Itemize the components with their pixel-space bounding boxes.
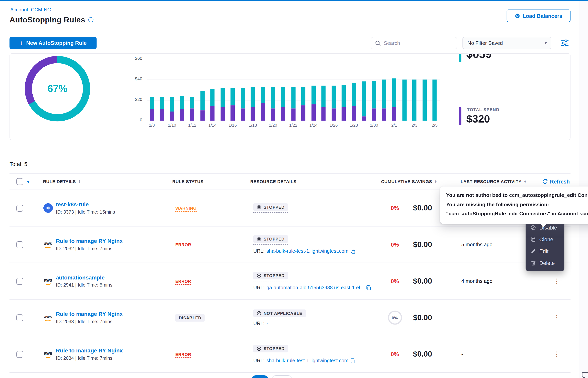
stacked-bar: [412, 80, 416, 121]
pagination-current-page[interactable]: [251, 375, 269, 378]
aws-icon: aws: [43, 240, 53, 249]
x-axis-label: 1/16: [229, 123, 237, 127]
status-badge[interactable]: ERROR: [175, 279, 191, 285]
permission-tooltip: You are not authorized to ccm_autostoppi…: [440, 187, 588, 224]
row-menu-icon[interactable]: ⋮: [551, 276, 562, 286]
resource-state-badge[interactable]: STOPPED: [253, 345, 288, 354]
col-resource-details: RESOURCE DETAILS: [250, 179, 296, 184]
savings-amount: $0.00: [413, 277, 432, 285]
stacked-bar: [392, 79, 396, 121]
copy-icon[interactable]: [350, 358, 356, 363]
autostopping-rules-page: Account: CCM-NG AutoStopping Rules ⓘ ⚙ L…: [0, 0, 588, 378]
stacked-bar: [422, 80, 427, 121]
select-all-checkbox[interactable]: [16, 178, 23, 185]
rule-name-link[interactable]: automationsample: [56, 274, 112, 281]
new-autostopping-rule-button[interactable]: + New AutoStopping Rule: [9, 37, 97, 49]
sort-icon[interactable]: ▲▼: [78, 180, 81, 183]
sort-icon[interactable]: ▲▼: [434, 180, 437, 183]
resource-state-badge[interactable]: STOPPED: [253, 272, 288, 281]
status-badge[interactable]: ERROR: [175, 243, 191, 248]
url-label: URL:: [253, 285, 265, 290]
rule-name-link[interactable]: Rule to manage RY Nginx: [56, 348, 123, 354]
resource-url-link[interactable]: -: [267, 320, 268, 326]
resource-url-link[interactable]: sha-bulk-rule-test-1.lightwingtest.com: [267, 358, 348, 364]
sort-icon[interactable]: ▲▼: [524, 180, 526, 183]
saved-filter-dropdown[interactable]: No Filter Saved ▾: [462, 37, 551, 49]
stacked-bar: [291, 87, 295, 121]
resource-state-badge[interactable]: STOPPED: [253, 203, 288, 213]
gridline: [147, 121, 440, 121]
row-menu-icon[interactable]: ⋮: [551, 313, 562, 322]
row-checkbox[interactable]: [16, 351, 23, 358]
row-checkbox[interactable]: [16, 278, 23, 284]
total-spend-label: TOTAL SPEND: [467, 107, 499, 112]
x-axis-label: 1/12: [188, 123, 196, 127]
x-axis-label: 1/10: [168, 123, 176, 127]
status-badge[interactable]: DISABLED: [175, 314, 205, 322]
chat-help-icon[interactable]: [581, 372, 588, 378]
row-checkbox[interactable]: [16, 314, 23, 321]
row-checkbox[interactable]: [16, 204, 23, 211]
copy-icon[interactable]: [366, 285, 371, 290]
summary-chart-card: 67% $60 $40 $20 0 1/81/101/121/141/161/1…: [9, 53, 571, 140]
x-axis-label: 1/22: [289, 123, 297, 127]
not-applicable-icon: [257, 311, 261, 315]
stacked-bar: [261, 87, 265, 121]
stacked-bar: [372, 81, 376, 121]
resource-state-badge[interactable]: NOT APPLICABLE: [253, 309, 306, 317]
row-menu-icon[interactable]: ⋮: [551, 350, 562, 359]
stacked-bar: [301, 87, 305, 121]
saved-filter-value: No Filter Saved: [468, 40, 503, 46]
last-activity: -: [461, 351, 543, 357]
tooltip-line: "ccm_autoStoppingRule_edit Connectors" i…: [446, 209, 588, 218]
rule-meta: ID: 2941 | Idle Time: 5mins: [56, 283, 112, 288]
load-balancers-label: Load Balancers: [523, 13, 562, 19]
savings-amount: $0.00: [413, 240, 432, 249]
col-last-resource-activity: LAST RESOURCE ACTIVITY: [461, 179, 522, 184]
stacked-bar: [402, 80, 406, 121]
col-cumulative-savings: CUMULATIVE SAVINGS: [381, 179, 432, 184]
search-input[interactable]: [384, 40, 453, 46]
disable-icon: [531, 225, 536, 230]
resource-url-link[interactable]: qa-automation-alb-515563988.us-east-1.el…: [267, 285, 364, 290]
refresh-button[interactable]: Refresh: [542, 179, 570, 185]
clone-icon: [531, 237, 536, 242]
col-rule-details: RULE DETAILS: [43, 179, 76, 184]
x-axis-label: 1/8: [149, 123, 155, 127]
rule-name-link[interactable]: Rule to manage RY Nginx: [56, 238, 123, 244]
status-badge[interactable]: ERROR: [175, 352, 191, 358]
table-row: aws automationsample ID: 2941 | Idle Tim…: [9, 263, 571, 299]
stacked-bar: [332, 86, 336, 121]
account-breadcrumb[interactable]: Account: CCM-NG: [10, 7, 51, 13]
y-axis-tick: 0: [124, 118, 142, 122]
chevron-down-icon: ▾: [545, 40, 547, 46]
status-badge[interactable]: WARNING: [175, 206, 196, 212]
header-divider: [0, 33, 579, 33]
info-icon[interactable]: ⓘ: [88, 17, 94, 22]
gear-icon: ⚙: [515, 13, 520, 19]
resource-state-badge[interactable]: STOPPED: [253, 235, 288, 245]
rule-name-link[interactable]: test-k8s-rule: [56, 201, 115, 207]
menu-item-clone[interactable]: Clone: [526, 233, 564, 245]
stacked-bar: [251, 87, 255, 121]
stacked-bar: [342, 85, 346, 121]
copy-icon[interactable]: [350, 248, 356, 254]
y-axis-tick: $40: [124, 77, 142, 81]
resource-url-link[interactable]: sha-bulk-rule-test-1.lightwingtest.com: [267, 248, 348, 254]
bar-plot: 1/81/101/121/141/161/181/201/221/241/261…: [147, 54, 440, 121]
pagination-next-page[interactable]: [271, 375, 293, 378]
select-menu-chevron-icon[interactable]: ▾: [27, 179, 29, 185]
stacked-bar: [210, 89, 214, 121]
filter-panel-icon[interactable]: [561, 40, 569, 48]
menu-item-delete[interactable]: Delete: [526, 257, 564, 269]
stopped-icon: [257, 273, 261, 278]
row-checkbox[interactable]: [16, 241, 23, 248]
load-balancers-button[interactable]: ⚙ Load Balancers: [507, 9, 571, 22]
menu-item-edit[interactable]: Edit: [526, 245, 564, 257]
rule-name-link[interactable]: Rule to manage RY Nginx: [56, 311, 123, 317]
refresh-icon: [542, 179, 548, 184]
y-axis-tick: $20: [124, 97, 142, 102]
x-axis-label: 1/20: [269, 123, 277, 127]
stacked-bar: [362, 82, 366, 121]
donut-chart: 67%: [25, 56, 90, 121]
